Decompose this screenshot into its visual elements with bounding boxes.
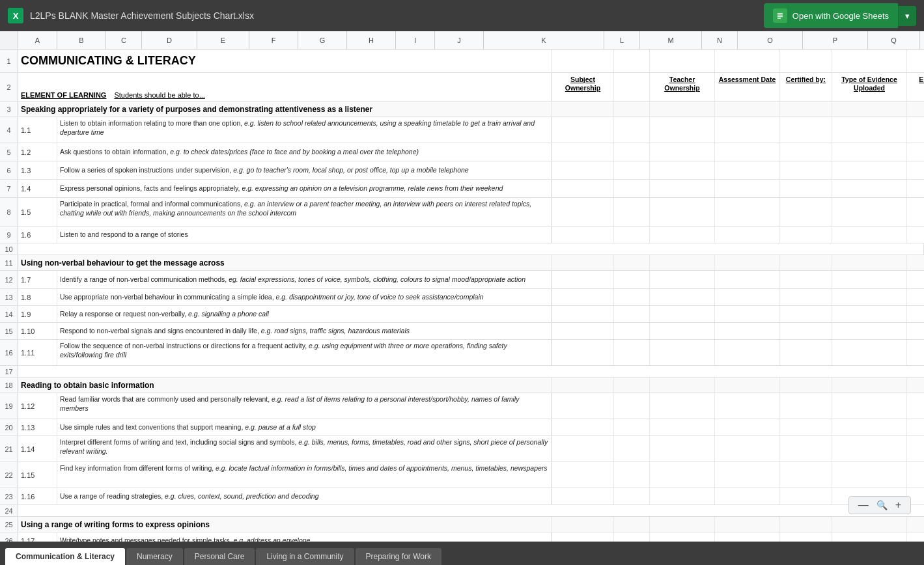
- section-header-cell[interactable]: Using non-verbal behaviour to get the me…: [18, 255, 552, 270]
- cell-r19[interactable]: [832, 393, 907, 419]
- cell-o5[interactable]: [650, 143, 715, 161]
- cell-n9[interactable]: [614, 227, 650, 243]
- item-desc-cell[interactable]: Participate in practical, formal and inf…: [57, 198, 552, 226]
- cell-o11[interactable]: [650, 255, 715, 270]
- cell-r11[interactable]: [832, 255, 907, 270]
- cell-m23[interactable]: [552, 488, 614, 504]
- cell-q26[interactable]: [780, 532, 832, 542]
- cell-q8[interactable]: [780, 198, 832, 226]
- type-of-evidence-header[interactable]: Type of Evidence Uploaded: [832, 73, 907, 101]
- cell-p13[interactable]: [715, 289, 780, 305]
- cell-n1[interactable]: [614, 49, 650, 72]
- cell-m12[interactable]: [552, 271, 614, 288]
- cell-s20[interactable]: [907, 419, 924, 435]
- cell-m1[interactable]: [552, 49, 614, 72]
- item-desc-cell[interactable]: Write/type notes and messages needed for…: [57, 532, 552, 542]
- cell-s26[interactable]: [907, 532, 924, 542]
- cell-s25[interactable]: [907, 517, 924, 532]
- element-label-cell[interactable]: ELEMENT OF LEARNING Students should be a…: [18, 73, 552, 101]
- cell-m15[interactable]: [552, 323, 614, 339]
- cell-n12[interactable]: [614, 271, 650, 288]
- cell-o1[interactable]: [650, 49, 715, 72]
- cell-s7[interactable]: [907, 180, 924, 197]
- cell-p15[interactable]: [715, 323, 780, 339]
- item-desc-cell[interactable]: Follow a series of spoken instructions u…: [57, 161, 552, 179]
- cell-q1[interactable]: [780, 49, 832, 72]
- col-header-g[interactable]: G: [298, 31, 347, 49]
- cell-s11[interactable]: [907, 255, 924, 270]
- cell-n14[interactable]: [614, 306, 650, 322]
- cell-n2[interactable]: [614, 73, 650, 101]
- cell-n23[interactable]: [614, 488, 650, 504]
- cell-o3[interactable]: [650, 102, 715, 117]
- cell-m11[interactable]: [552, 255, 614, 270]
- element-achieved-header[interactable]: Element Achieved/ Not Achieved: [907, 73, 924, 101]
- item-desc-cell[interactable]: Ask questions to obtain information, e.g…: [57, 143, 552, 161]
- cell-o23[interactable]: [650, 488, 715, 504]
- cell-q6[interactable]: [780, 161, 832, 179]
- cell-p8[interactable]: [715, 198, 780, 226]
- col-header-i[interactable]: I: [396, 31, 435, 49]
- item-num-cell[interactable]: 1.11: [18, 340, 57, 365]
- cell-r21[interactable]: [832, 436, 907, 462]
- item-num-cell[interactable]: 1.3: [18, 161, 57, 179]
- cell-n20[interactable]: [614, 419, 650, 435]
- teacher-ownership-header[interactable]: Teacher Ownership: [650, 73, 715, 101]
- cell-r16[interactable]: [832, 340, 907, 365]
- tab-personal-care[interactable]: Personal Care: [184, 548, 255, 565]
- cell-n22[interactable]: [614, 462, 650, 488]
- cell-r8[interactable]: [832, 198, 907, 226]
- cell-r5[interactable]: [832, 143, 907, 161]
- cell-s3[interactable]: [907, 102, 924, 117]
- cell-o15[interactable]: [650, 323, 715, 339]
- cell-q14[interactable]: [780, 306, 832, 322]
- cell-q21[interactable]: [780, 436, 832, 462]
- item-num-cell[interactable]: 1.5: [18, 198, 57, 226]
- item-num-cell[interactable]: 1.7: [18, 271, 57, 288]
- cell-r25[interactable]: [832, 517, 907, 532]
- cell-o20[interactable]: [650, 419, 715, 435]
- col-header-q[interactable]: Q: [868, 31, 920, 49]
- item-num-cell[interactable]: 1.12: [18, 393, 57, 419]
- cell-o19[interactable]: [650, 393, 715, 419]
- cell-s9[interactable]: [907, 227, 924, 243]
- col-header-k[interactable]: K: [484, 31, 604, 49]
- section-header-cell[interactable]: Reading to obtain basic information: [18, 378, 552, 393]
- cell-s16[interactable]: [907, 340, 924, 365]
- cell-s4[interactable]: [907, 117, 924, 143]
- item-num-cell[interactable]: 1.15: [18, 462, 57, 488]
- col-header-b[interactable]: B: [57, 31, 106, 49]
- cell-o22[interactable]: [650, 462, 715, 488]
- cell-s12[interactable]: [907, 271, 924, 288]
- item-desc-cell[interactable]: Relay a response or request non-verbally…: [57, 306, 552, 322]
- cell-m8[interactable]: [552, 198, 614, 226]
- cell-q7[interactable]: [780, 180, 832, 197]
- cell-p20[interactable]: [715, 419, 780, 435]
- item-num-cell[interactable]: 1.16: [18, 488, 57, 504]
- item-num-cell[interactable]: 1.14: [18, 436, 57, 462]
- cell-r3[interactable]: [832, 102, 907, 117]
- cell-s14[interactable]: [907, 306, 924, 322]
- cell-m26[interactable]: [552, 532, 614, 542]
- cell-m21[interactable]: [552, 436, 614, 462]
- item-num-cell[interactable]: 1.1: [18, 117, 57, 143]
- cell-p14[interactable]: [715, 306, 780, 322]
- section-header-cell[interactable]: Using a range of writing forms to expres…: [18, 517, 552, 532]
- cell-p7[interactable]: [715, 180, 780, 197]
- cell-o25[interactable]: [650, 517, 715, 532]
- cell-s6[interactable]: [907, 161, 924, 179]
- cell-s13[interactable]: [907, 289, 924, 305]
- cell-q22[interactable]: [780, 462, 832, 488]
- cell-o4[interactable]: [650, 117, 715, 143]
- cell-n7[interactable]: [614, 180, 650, 197]
- cell-p22[interactable]: [715, 462, 780, 488]
- cell-m3[interactable]: [552, 102, 614, 117]
- tab-preparing-for-work[interactable]: Preparing for Work: [356, 548, 441, 565]
- col-header-e[interactable]: E: [197, 31, 249, 49]
- cell-p3[interactable]: [715, 102, 780, 117]
- title-cell[interactable]: COMMUNICATING & LITERACY: [18, 49, 552, 72]
- cell-q12[interactable]: [780, 271, 832, 288]
- cell-q16[interactable]: [780, 340, 832, 365]
- cell-m20[interactable]: [552, 419, 614, 435]
- cell-n21[interactable]: [614, 436, 650, 462]
